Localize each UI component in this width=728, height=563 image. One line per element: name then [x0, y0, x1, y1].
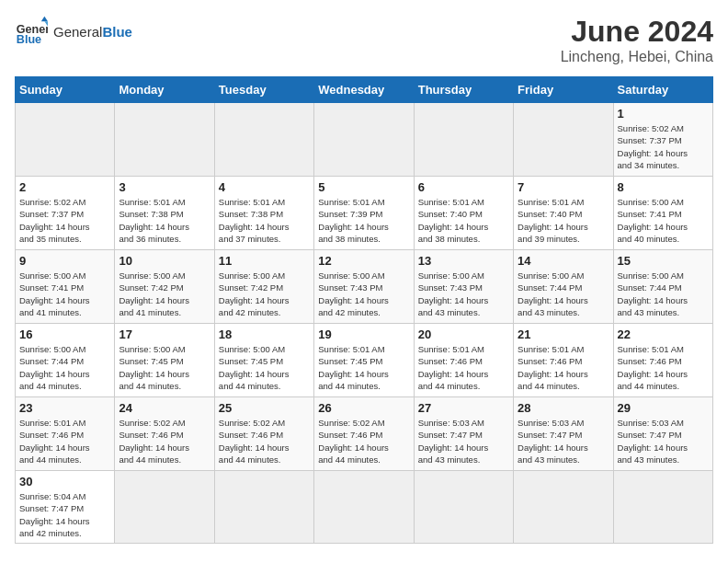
day-number: 1: [618, 107, 709, 121]
calendar-day-cell: 2Sunrise: 5:02 AM Sunset: 7:37 PM Daylig…: [16, 177, 115, 250]
day-number: 11: [219, 254, 310, 268]
day-number: 5: [318, 180, 409, 194]
calendar-day-cell: 28Sunrise: 5:03 AM Sunset: 7:47 PM Dayli…: [514, 397, 613, 471]
day-info: Sunrise: 5:03 AM Sunset: 7:47 PM Dayligh…: [518, 417, 609, 465]
calendar-day-cell: 1Sunrise: 5:02 AM Sunset: 7:37 PM Daylig…: [613, 103, 712, 177]
calendar-day-cell: 21Sunrise: 5:01 AM Sunset: 7:46 PM Dayli…: [514, 324, 613, 397]
weekday-header-monday: Monday: [115, 77, 214, 103]
calendar-day-cell: 17Sunrise: 5:00 AM Sunset: 7:45 PM Dayli…: [115, 324, 214, 397]
calendar-subtitle: Lincheng, Hebei, China: [561, 49, 713, 65]
day-number: 9: [19, 254, 110, 268]
day-info: Sunrise: 5:00 AM Sunset: 7:42 PM Dayligh…: [219, 270, 310, 318]
day-info: Sunrise: 5:00 AM Sunset: 7:43 PM Dayligh…: [418, 270, 509, 318]
calendar-week-row: 16Sunrise: 5:00 AM Sunset: 7:44 PM Dayli…: [16, 324, 713, 397]
day-number: 22: [618, 327, 709, 341]
day-info: Sunrise: 5:00 AM Sunset: 7:44 PM Dayligh…: [618, 270, 709, 318]
calendar-week-row: 9Sunrise: 5:00 AM Sunset: 7:41 PM Daylig…: [16, 250, 713, 324]
day-info: Sunrise: 5:00 AM Sunset: 7:45 PM Dayligh…: [119, 343, 210, 392]
day-info: Sunrise: 5:02 AM Sunset: 7:46 PM Dayligh…: [318, 417, 409, 465]
calendar-day-cell: 7Sunrise: 5:01 AM Sunset: 7:40 PM Daylig…: [514, 177, 613, 250]
calendar-day-cell: [115, 103, 214, 177]
svg-text:Blue: Blue: [17, 33, 41, 46]
day-number: 8: [618, 180, 709, 194]
day-info: Sunrise: 5:01 AM Sunset: 7:39 PM Dayligh…: [318, 196, 409, 245]
calendar-day-cell: 25Sunrise: 5:02 AM Sunset: 7:46 PM Dayli…: [214, 397, 313, 471]
weekday-header-wednesday: Wednesday: [314, 77, 414, 103]
weekday-header-sunday: Sunday: [16, 77, 115, 103]
day-info: Sunrise: 5:00 AM Sunset: 7:44 PM Dayligh…: [518, 270, 609, 318]
day-info: Sunrise: 5:04 AM Sunset: 7:47 PM Dayligh…: [19, 490, 110, 539]
header: General Blue GeneralBlue June 2024 Linch…: [15, 15, 713, 65]
calendar-day-cell: 11Sunrise: 5:00 AM Sunset: 7:42 PM Dayli…: [214, 250, 313, 324]
day-info: Sunrise: 5:01 AM Sunset: 7:46 PM Dayligh…: [418, 343, 509, 392]
day-number: 26: [318, 401, 409, 415]
calendar-day-cell: 15Sunrise: 5:00 AM Sunset: 7:44 PM Dayli…: [613, 250, 712, 324]
calendar-title: June 2024: [561, 15, 713, 49]
day-info: Sunrise: 5:03 AM Sunset: 7:47 PM Dayligh…: [418, 417, 509, 465]
day-number: 3: [119, 180, 210, 194]
day-info: Sunrise: 5:02 AM Sunset: 7:37 PM Dayligh…: [618, 122, 709, 171]
day-info: Sunrise: 5:00 AM Sunset: 7:44 PM Dayligh…: [19, 343, 110, 392]
day-number: 28: [518, 401, 609, 415]
weekday-header-saturday: Saturday: [613, 77, 712, 103]
day-number: 19: [318, 327, 409, 341]
calendar-day-cell: 4Sunrise: 5:01 AM Sunset: 7:38 PM Daylig…: [214, 177, 313, 250]
day-info: Sunrise: 5:01 AM Sunset: 7:38 PM Dayligh…: [219, 196, 310, 245]
calendar-day-cell: [514, 471, 613, 544]
logo-blue: Blue: [102, 24, 132, 40]
calendar-day-cell: 13Sunrise: 5:00 AM Sunset: 7:43 PM Dayli…: [414, 250, 513, 324]
calendar-day-cell: 16Sunrise: 5:00 AM Sunset: 7:44 PM Dayli…: [16, 324, 115, 397]
calendar-week-row: 30Sunrise: 5:04 AM Sunset: 7:47 PM Dayli…: [16, 471, 713, 544]
day-info: Sunrise: 5:00 AM Sunset: 7:43 PM Dayligh…: [318, 270, 409, 318]
day-info: Sunrise: 5:01 AM Sunset: 7:38 PM Dayligh…: [119, 196, 210, 245]
day-number: 17: [119, 327, 210, 341]
calendar-day-cell: 20Sunrise: 5:01 AM Sunset: 7:46 PM Dayli…: [414, 324, 513, 397]
calendar-day-cell: 10Sunrise: 5:00 AM Sunset: 7:42 PM Dayli…: [115, 250, 214, 324]
calendar-day-cell: [314, 103, 414, 177]
logo-general: General: [53, 24, 102, 40]
day-number: 16: [19, 327, 110, 341]
day-info: Sunrise: 5:01 AM Sunset: 7:40 PM Dayligh…: [518, 196, 609, 245]
calendar-day-cell: 3Sunrise: 5:01 AM Sunset: 7:38 PM Daylig…: [115, 177, 214, 250]
calendar-day-cell: 18Sunrise: 5:00 AM Sunset: 7:45 PM Dayli…: [214, 324, 313, 397]
calendar-day-cell: 22Sunrise: 5:01 AM Sunset: 7:46 PM Dayli…: [613, 324, 712, 397]
weekday-header-tuesday: Tuesday: [214, 77, 313, 103]
weekday-header-row: SundayMondayTuesdayWednesdayThursdayFrid…: [16, 77, 713, 103]
logo-icon: General Blue: [15, 15, 48, 48]
day-info: Sunrise: 5:00 AM Sunset: 7:42 PM Dayligh…: [119, 270, 210, 318]
calendar-day-cell: [214, 103, 313, 177]
calendar-week-row: 2Sunrise: 5:02 AM Sunset: 7:37 PM Daylig…: [16, 177, 713, 250]
day-info: Sunrise: 5:00 AM Sunset: 7:41 PM Dayligh…: [19, 270, 110, 318]
day-number: 29: [618, 401, 709, 415]
calendar-day-cell: [16, 103, 115, 177]
calendar-week-row: 1Sunrise: 5:02 AM Sunset: 7:37 PM Daylig…: [16, 103, 713, 177]
day-number: 21: [518, 327, 609, 341]
calendar-day-cell: [414, 471, 513, 544]
calendar-day-cell: 29Sunrise: 5:03 AM Sunset: 7:47 PM Dayli…: [613, 397, 712, 471]
day-info: Sunrise: 5:01 AM Sunset: 7:46 PM Dayligh…: [19, 417, 110, 465]
calendar-day-cell: [214, 471, 313, 544]
day-info: Sunrise: 5:01 AM Sunset: 7:46 PM Dayligh…: [618, 343, 709, 392]
calendar-day-cell: [115, 471, 214, 544]
day-info: Sunrise: 5:01 AM Sunset: 7:40 PM Dayligh…: [418, 196, 509, 245]
day-number: 24: [119, 401, 210, 415]
svg-marker-2: [41, 17, 48, 21]
calendar-day-cell: 6Sunrise: 5:01 AM Sunset: 7:40 PM Daylig…: [414, 177, 513, 250]
weekday-header-friday: Friday: [514, 77, 613, 103]
day-number: 13: [418, 254, 509, 268]
calendar-day-cell: 26Sunrise: 5:02 AM Sunset: 7:46 PM Dayli…: [314, 397, 414, 471]
day-info: Sunrise: 5:02 AM Sunset: 7:46 PM Dayligh…: [119, 417, 210, 465]
calendar-day-cell: 19Sunrise: 5:01 AM Sunset: 7:45 PM Dayli…: [314, 324, 414, 397]
calendar-day-cell: 27Sunrise: 5:03 AM Sunset: 7:47 PM Dayli…: [414, 397, 513, 471]
day-number: 12: [318, 254, 409, 268]
day-number: 25: [219, 401, 310, 415]
calendar-day-cell: [314, 471, 414, 544]
day-number: 20: [418, 327, 509, 341]
day-info: Sunrise: 5:01 AM Sunset: 7:45 PM Dayligh…: [318, 343, 409, 392]
title-block: June 2024 Lincheng, Hebei, China: [561, 15, 713, 65]
day-number: 18: [219, 327, 310, 341]
calendar-day-cell: 23Sunrise: 5:01 AM Sunset: 7:46 PM Dayli…: [16, 397, 115, 471]
calendar-week-row: 23Sunrise: 5:01 AM Sunset: 7:46 PM Dayli…: [16, 397, 713, 471]
calendar-day-cell: [613, 471, 712, 544]
calendar-day-cell: [514, 103, 613, 177]
